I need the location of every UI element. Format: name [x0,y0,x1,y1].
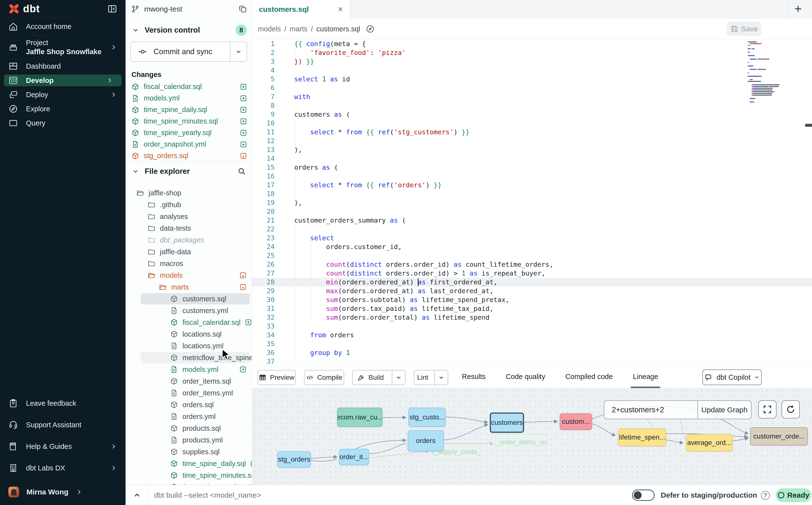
nav-item-help-guides[interactable]: Help & Guides [0,436,126,457]
code-line-7: 7with [252,93,812,101]
lineage-graph[interactable]: ecom.raw_cu...stg_custo...customerscusto… [252,388,812,485]
version-control-header[interactable]: Version control 8 [126,23,252,38]
user-menu[interactable]: Mirna Wong [0,479,126,505]
save-button[interactable]: Save [727,22,761,36]
minimap[interactable] [748,41,789,105]
nav-item-account-home[interactable]: Account home [0,18,126,35]
change-file-time_spine_yearly.sql[interactable]: time_spine_yearly.sql [126,127,252,139]
file-fiscal_calendar.sql[interactable]: fiscal_calendar.sql [126,317,252,328]
new-tab-button[interactable]: + [794,1,802,16]
nav-item-dbt-labs-dx[interactable]: dbt Labs DX [0,457,126,479]
lint-button[interactable]: Lint [414,370,448,385]
change-file-fiscal_calendar.sql[interactable]: fiscal_calendar.sql [126,81,252,93]
file-products.yml[interactable]: products.yml [126,434,252,446]
file-locations.yml[interactable]: locations.yml [126,340,252,352]
lineage-node-order_it---[interactable]: order_it... [339,449,369,465]
preview-button[interactable]: Preview [258,370,296,385]
lineage-selector-input[interactable]: 2+customers+2 Update Graph [604,400,752,419]
change-file-models.yml[interactable]: models.yml [126,93,252,104]
develop-icon [8,75,18,85]
build-options-button[interactable] [392,370,405,385]
code-line-22: 22 [252,225,812,233]
tab-compiled-code[interactable]: Compiled code [563,367,615,388]
file-time_spine_minutes.sql[interactable]: time_spine_minutes.sql [126,470,252,481]
file-jaffle-data[interactable]: jaffle-data [126,246,252,258]
lint-options-button[interactable] [435,370,448,385]
refresh-button[interactable] [782,400,800,418]
compile-button[interactable]: Compile [304,370,344,385]
file-products.sql[interactable]: products.sql [126,423,252,434]
change-file-time_spine_daily.sql[interactable]: time_spine_daily.sql [126,104,252,116]
lineage-selector-value: 2+customers+2 [604,401,697,419]
file-data-tests[interactable]: data-tests [126,222,252,234]
nav-item-explore[interactable]: Explore [0,102,126,116]
file-models.yml[interactable]: models.yml [126,363,252,375]
docs-compass-icon[interactable] [365,24,375,34]
tab-lineage[interactable]: Lineage [631,367,660,388]
file-order_items.sql[interactable]: order_items.sql [126,375,252,387]
lineage-node-custom---[interactable]: custom... [560,413,592,430]
commit-options-button[interactable] [230,42,247,61]
change-file-time_spine_minutes.sql[interactable]: time_spine_minutes.sql [126,116,252,127]
change-file-order_snapshot.yml[interactable]: order_snapshot.yml [126,139,252,150]
code-line-29: 29 max(orders.ordered_at) as last_ordere… [252,287,812,295]
nav-item-support-assistant[interactable]: Support Assistant [0,414,126,436]
file-time_spine_daily.sql[interactable]: time_spine_daily.sql [126,458,252,470]
file-.github[interactable]: .github [126,199,252,210]
file-macros[interactable]: macros [126,258,252,270]
nav-item-query[interactable]: Query [0,116,126,130]
dbt-logo-icon [8,3,20,14]
file-dbt_packages[interactable]: dbt_packages [126,234,252,246]
fullscreen-button[interactable] [758,400,777,418]
file-customers.sql[interactable]: customers.sql [126,293,252,305]
lineage-node-stg_orders[interactable]: stg_orders [277,451,311,468]
lineage-node-ecom-raw_cu---[interactable]: ecom.raw_cu... [337,408,382,427]
dbt-copilot-button[interactable]: dbt Copilot [702,369,762,385]
file-explorer-header[interactable]: File explorer [126,164,252,179]
chevron-right-icon [107,77,113,83]
update-graph-button[interactable]: Update Graph [697,401,751,419]
nav-item-develop[interactable]: Develop [4,74,122,86]
help-icon[interactable]: ? [761,491,770,500]
nav-item-project[interactable]: ProjectJaffle Shop Snowflake [0,35,126,59]
lineage-node-lifetime_spen---[interactable]: lifetime_spen... [618,429,666,446]
file-models[interactable]: models [126,270,252,281]
nav-item-deploy[interactable]: Deploy [0,88,126,102]
file-customers.yml[interactable]: customers.yml [126,305,252,317]
lineage-node-customer_orde---[interactable]: customer_orde... [750,427,808,446]
file-orders.yml[interactable]: orders.yml [126,410,252,423]
tab-customers-sql[interactable]: customers.sql × [252,0,350,19]
branch-selector[interactable]: mwong-test [126,0,252,18]
nav-item-leave-feedback[interactable]: Leave feedback [0,392,126,414]
file-jaffle-shop[interactable]: jaffle-shop [126,187,252,199]
close-icon[interactable]: × [338,4,343,14]
collapse-sidebar-icon[interactable] [107,4,117,14]
tab-results[interactable]: Results [460,367,488,388]
lineage-node-customers[interactable]: customers [490,412,524,433]
nav-item-dashboard[interactable]: Dashboard [0,59,126,73]
defer-toggle[interactable] [632,490,655,501]
commit-and-sync-button[interactable]: Commit and sync [130,42,247,62]
search-icon[interactable] [237,167,246,176]
lineage-node-orders[interactable]: orders [408,430,444,451]
status-badge[interactable]: Ready [776,488,812,502]
chevron-up-icon[interactable] [133,491,141,499]
change-file-stg_orders.sql[interactable]: stg_orders.sql [126,150,252,161]
code-editor[interactable]: 1{{ config(meta = {2 'favorite_food': 'p… [252,39,812,366]
build-button[interactable]: Build [352,370,405,385]
file-supplies.sql[interactable]: supplies.sql [126,446,252,458]
lineage-node-average_ord---[interactable]: average_ord... [686,434,733,451]
lineage-node-stg_custo---[interactable]: stg_custo... [409,408,446,427]
command-input[interactable]: dbt build --select <model_name> [154,485,261,505]
code-line-27: 27 count(distinct orders.order_id) > 1 a… [252,269,812,278]
file-marts[interactable]: marts [126,281,252,293]
file-orders.sql[interactable]: orders.sql [126,399,252,410]
editor-scrollbar-thumb[interactable] [805,124,812,127]
file-metricflow_time_spine.sql[interactable]: metricflow_time_spine.sql [126,352,252,363]
file-time_spine_yearly.sql[interactable]: time_spine_yearly.sql [126,481,252,485]
tab-code-quality[interactable]: Code quality [504,367,547,388]
file-analyses[interactable]: analyses [126,210,252,222]
file-order_items.yml[interactable]: order_items.yml [126,387,252,399]
file-locations.sql[interactable]: locations.sql [126,328,252,340]
copy-icon[interactable] [238,5,248,13]
